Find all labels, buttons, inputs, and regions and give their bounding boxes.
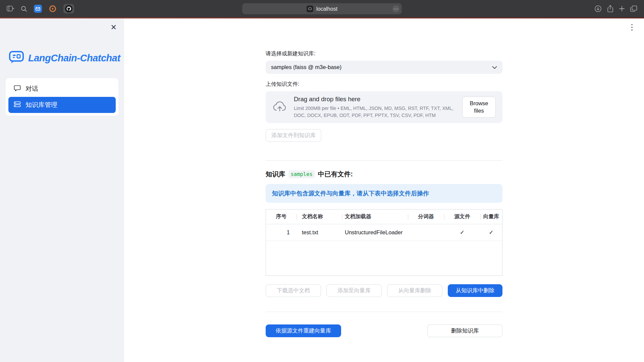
dropzone-title: Drag and drop files here [294,96,455,103]
sidebar: ✕ LangChain-Chatchat 对 [0,18,124,362]
downloads-icon[interactable] [594,5,602,12]
kb-heading-prefix: 知识库 [266,170,285,179]
kb-select-value: samples (faiss @ m3e-base) [271,64,341,70]
cell-index: 1 [266,224,297,241]
info-banner: 知识库中包含源文件与向量库，请从下表中选择文件后操作 [266,184,502,203]
kb-files-heading: 知识库 samples 中已有文件: [266,170,502,179]
select-kb-label: 请选择或新建知识库: [266,50,502,57]
site-favicon [307,5,313,12]
cell-loader: UnstructuredFileLoader [342,224,408,241]
page-settings-icon[interactable]: ⋯ [392,5,399,12]
kb-heading-suffix: 中已有文件: [318,170,353,179]
sidebar-item-dialogue[interactable]: 对话 [8,81,116,97]
cell-vector-check: ✓ [480,224,502,241]
file-actions-row: 下载选中文档 添加至向量库 从向量库删除 从知识库中删除 [266,284,502,297]
delete-from-kb-button[interactable]: 从知识库中删除 [448,284,502,297]
kb-files-table: 序号 文档名称 文档加载器 分词器 源文件 向量库 1 test.txt Uns… [266,209,502,276]
sidebar-item-knowledge-base[interactable]: 知识库管理 [8,97,116,113]
extension-orange-icon[interactable] [49,5,57,13]
url-text: localhost [316,6,337,12]
sidebar-item-label: 知识库管理 [25,101,57,109]
table-header: 向量库 [480,209,502,224]
main-area: ⋮ 请选择或新建知识库: samples (faiss @ m3e-base) … [124,18,644,362]
table-row[interactable]: 1 test.txt UnstructuredFileLoader ✓ ✓ [266,224,502,241]
logo-text: LangChain-Chatchat [28,53,120,64]
table-header: 文档加载器 [342,209,408,224]
chevron-down-icon [492,64,497,70]
table-header: 分词器 [408,209,444,224]
table-header-row: 序号 文档名称 文档加载器 分词器 源文件 向量库 [266,209,502,224]
cloud-upload-icon [272,101,287,114]
add-files-button[interactable]: 添加文件到知识库 [266,129,321,142]
knowledge-base-icon [14,101,21,109]
download-selected-button[interactable]: 下载选中文档 [266,284,321,297]
table-header: 序号 [266,209,297,224]
extension-blue-icon[interactable] [34,5,42,13]
table-header: 源文件 [444,209,480,224]
sidebar-toggle-button[interactable] [7,6,14,12]
dropzone-limit-text: Limit 200MB per file • EML, HTML, JSON, … [294,105,455,119]
add-to-vector-store-button[interactable]: 添加至向量库 [326,284,382,297]
search-icon[interactable] [21,6,27,12]
table-empty-area [266,241,502,276]
sidebar-item-label: 对话 [25,84,38,93]
upload-label: 上传知识文件: [266,81,502,88]
cell-source-check: ✓ [444,224,480,241]
github-extension-icon[interactable] [63,4,74,13]
kb-name-code: samples [288,170,315,178]
sidebar-close-icon[interactable]: ✕ [111,24,117,31]
browse-files-button[interactable]: Browse files [462,97,496,118]
kb-selectbox[interactable]: samples (faiss @ m3e-base) [266,61,502,74]
browser-toolbar: localhost ⋯ [0,0,644,17]
cell-filename: test.txt [297,224,342,241]
divider [266,160,502,161]
chat-bubble-icon [14,85,21,93]
new-tab-icon[interactable] [619,6,625,12]
file-uploader-dropzone[interactable]: Drag and drop files here Limit 200MB per… [266,91,502,123]
share-icon[interactable] [607,5,613,12]
address-bar[interactable]: localhost ⋯ [242,3,402,14]
remove-from-vector-store-button[interactable]: 从向量库删除 [387,284,442,297]
app-menu-icon[interactable]: ⋮ [628,23,636,31]
delete-kb-button[interactable]: 删除知识库 [427,324,502,337]
sidebar-menu: 对话 知识库管理 [6,78,118,116]
table-header: 文档名称 [297,209,342,224]
app-logo: LangChain-Chatchat [9,51,124,65]
tab-overview-icon[interactable] [630,5,637,12]
divider [266,312,502,312]
logo-chat-icon [9,51,24,65]
rebuild-vector-store-button[interactable]: 依据源文件重建向量库 [266,324,341,337]
cell-splitter [408,224,444,241]
kb-management-row: 依据源文件重建向量库 删除知识库 [266,324,502,337]
